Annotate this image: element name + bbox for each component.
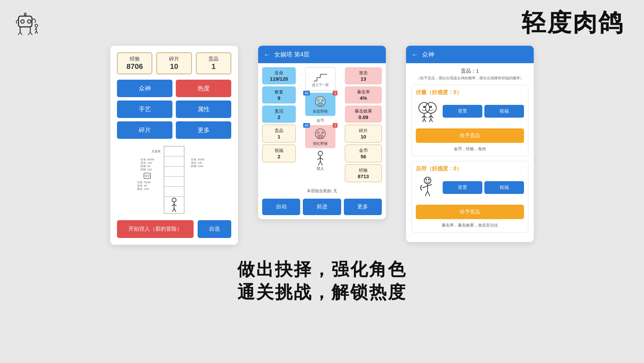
btn-new-adventure[interactable]: 开始捏人（新的冒险） [117,220,194,238]
btn-more[interactable]: 更多 [176,121,231,139]
svg-line-12 [18,32,20,35]
goods-info: 贡品：1 [411,68,528,74]
btn-dungeon-more[interactable]: 更多 [344,199,382,215]
dungeon-header: ← 女娲塔 第4层 [258,46,386,63]
houyi-btns: 背景 祝福 [443,181,524,194]
svg-line-83 [431,116,433,118]
bottom-button-row: 开始捏人（新的冒险） 自选 [117,220,231,238]
svg-text:支援者: 支援者 [152,150,161,153]
btn-advance[interactable]: 前进 [303,199,341,215]
btn-attribute[interactable]: 属性 [176,100,231,118]
svg-text:生命: 50/60: 生命: 50/60 [191,158,205,161]
stats-row: 经验 8706 碎片 10 贡品 1 [117,52,231,74]
svg-line-72 [318,158,320,160]
svg-point-2 [28,20,31,23]
stat-recovery: 恢复 9 [262,86,296,104]
logo-area [13,9,40,36]
dungeon-left-stats: 生命 119/120 恢复 9 复活 2 贡品 1 祝福 2 [262,67,296,182]
header: 轻度肉鸽 [0,0,644,42]
btn-craft[interactable]: 手艺 [117,100,172,118]
gods-title: 众神 [422,50,434,58]
svg-point-1 [21,20,24,23]
stat-experience: 经验 8706 [117,52,152,74]
menu-button-grid: 众神 热度 手艺 属性 碎片 更多 [117,80,231,139]
stat-exp-d: 经验 8713 [345,164,382,182]
dungeon-content: 生命 119/120 恢复 9 复活 2 贡品 1 祝福 2 [258,63,386,186]
svg-line-94 [422,186,428,188]
dungeon-title: 女娲塔 第4层 [274,50,310,58]
houyi-reward-text: 暴击率，暴击效果，攻击百分比 [416,223,524,228]
svg-line-13 [20,32,22,35]
svg-line-97 [425,191,428,196]
svg-point-76 [423,106,425,108]
svg-line-18 [35,31,36,34]
svg-text:攻击: 80: 攻击: 80 [137,184,147,187]
fuxi-btn-background[interactable]: 背景 [443,105,482,118]
svg-line-73 [320,158,323,160]
fuxi-avatar [416,99,439,123]
svg-line-96 [428,185,432,186]
svg-line-43 [172,208,174,212]
houyi-btn-blessing[interactable]: 祝福 [484,181,524,194]
combo-reward: 本层组合奖励: 无 [258,186,386,196]
svg-point-58 [318,100,319,101]
fuxi-reward-text: 金币，经验，免伤 [416,146,524,152]
svg-line-14 [28,32,30,35]
player-name: 捏人 [317,166,324,171]
svg-line-71 [320,162,323,165]
svg-point-55 [321,104,322,105]
svg-text:暴击: 15%: 暴击: 15% [137,188,149,191]
svg-point-4 [24,13,26,15]
dungeon-back-button[interactable]: ← [264,51,270,58]
svg-point-63 [321,136,322,137]
stat-blessing: 祝福 2 [262,145,296,162]
tagline-line1: 做出抉择，强化角色 [0,258,644,281]
god-card-houyi: 后羿（好感度：0） [411,161,528,233]
enemy-blue-boar-box: 46 3 前蓝野猪 [305,93,335,116]
goods-title: 贡品：1 [411,68,528,74]
svg-text:生命: 80/90: 生命: 80/90 [140,158,154,161]
svg-line-44 [174,208,176,212]
app-title: 轻度肉鸽 [522,7,624,39]
stair-box[interactable]: 进入下一层 [305,67,335,91]
enemy-badge-count: 3 [333,91,337,95]
svg-line-85 [424,119,426,122]
stat-crit-rate: 暴击率 4% [345,86,382,104]
svg-line-92 [428,179,430,179]
svg-line-45 [172,204,174,206]
svg-point-53 [318,103,323,106]
panel-menu: 经验 8706 碎片 10 贡品 1 众神 热度 手艺 属性 碎片 更多 [110,46,238,245]
god-card-fuxi: 伏羲（好感度：0） [411,85,528,156]
player-box: 捏人 [305,151,335,171]
btn-auto[interactable]: 自动 [262,199,300,215]
btn-custom[interactable]: 自选 [198,220,231,238]
svg-line-46 [174,204,176,206]
svg-line-82 [429,116,431,118]
btn-gods[interactable]: 众神 [117,80,172,97]
svg-point-67 [322,132,323,133]
fuxi-gift-button[interactable]: 给予贡品 [416,128,524,143]
tower-diagram: 支援者 生命: 80/90 攻击: 100 防御: 50 经验: 200 生命:… [117,143,231,217]
fuxi-btn-blessing[interactable]: 祝福 [484,105,524,118]
stair-label: 进入下一层 [312,83,329,87]
enemy-pink-boar-box: 46 3 营红野猪 [305,125,335,148]
enemy-pink-boar[interactable]: 46 3 营红野猪 [305,125,335,148]
svg-text:生命: 50/60: 生命: 50/60 [137,181,151,184]
houyi-btn-background[interactable]: 背景 [443,181,482,194]
stat-tribute-d: 贡品 1 [262,125,296,143]
svg-text:攻击: 100: 攻击: 100 [191,161,202,164]
svg-point-66 [318,132,319,133]
enemy-blue-boar[interactable]: 46 3 前蓝野猪 [305,93,335,116]
svg-line-86 [429,119,431,122]
houyi-gift-button[interactable]: 给予贡品 [416,205,524,219]
svg-line-87 [431,119,433,122]
svg-point-34 [148,175,150,177]
stat-life: 生命 119/120 [262,67,296,84]
main-content: 经验 8706 碎片 10 贡品 1 众神 热度 手艺 属性 碎片 更多 [0,42,644,248]
gods-back-button[interactable]: ← [411,51,418,58]
svg-line-84 [422,119,424,122]
tagline: 做出抉择，强化角色 通关挑战，解锁热度 [0,248,644,310]
btn-fragments[interactable]: 碎片 [117,121,172,139]
btn-heat[interactable]: 热度 [176,80,231,97]
svg-line-81 [424,116,427,118]
